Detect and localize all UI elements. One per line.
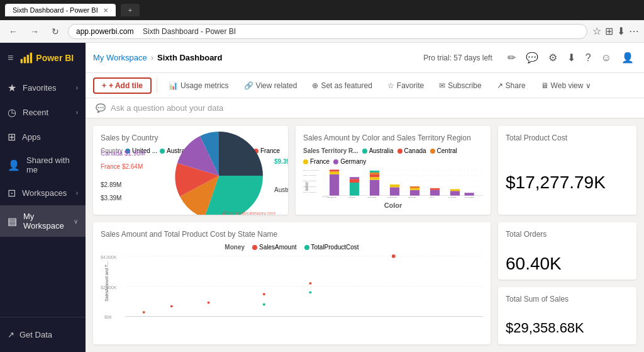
tile-total-product-cost: Total Product Cost $17,277.79K [498, 126, 636, 215]
favorite-label: Favorite [397, 81, 424, 90]
breadcrumb-current: Sixth Dashboard [157, 53, 222, 62]
bar-dot-france [303, 159, 308, 164]
hamburger-menu[interactable]: ≡ [8, 52, 13, 64]
usage-metrics-button[interactable]: 📊 Usage metrics [162, 79, 235, 93]
breadcrumb: My Workspace › Sixth Dashboard [93, 53, 418, 62]
extensions-icon[interactable]: ⊞ [605, 25, 613, 37]
download-icon[interactable]: ⬇ [565, 49, 578, 66]
svg-text:$0K: $0K [104, 315, 113, 320]
url-bar[interactable]: app.powerbi.com Sixth Dashboard - Power … [68, 24, 587, 39]
svg-rect-22 [370, 180, 379, 196]
subscribe-button[interactable]: ✉ Subscribe [433, 79, 487, 93]
add-tile-button[interactable]: + + Add tile [93, 77, 152, 94]
svg-point-58 [170, 305, 173, 307]
sidebar: ≡ Power BI ★ Favorites › [0, 43, 86, 352]
breadcrumb-workspace[interactable]: My Workspace [93, 53, 147, 62]
svg-text:$4,000K: $4,000K [101, 255, 117, 259]
favorite-button[interactable]: ☆ Favorite [381, 79, 430, 93]
web-view-button[interactable]: 🖥 Web view ∨ [535, 79, 598, 93]
bar-legend-germany: Germany [333, 158, 366, 165]
sidebar-item-workspaces[interactable]: ⊡ Workspaces › [0, 181, 86, 205]
favorite-icon: ☆ [387, 81, 394, 90]
svg-rect-33 [430, 188, 440, 190]
new-tab-button[interactable]: + [121, 4, 140, 16]
svg-rect-25 [370, 173, 379, 174]
settings-icon[interactable]: ⚙ [546, 49, 560, 66]
svg-rect-0 [21, 59, 23, 64]
svg-rect-23 [370, 177, 379, 179]
powerbi-logo-text: Power BI [36, 53, 74, 63]
share-icon: ↗ [497, 81, 503, 90]
sidebar-item-favorites[interactable]: ★ Favorites › [0, 76, 86, 100]
svg-point-54 [392, 254, 396, 258]
browser-toolbar: ☆ ⊞ ⬇ ⋯ [592, 25, 639, 37]
kpi3-value: $29,358.68K [506, 320, 629, 336]
svg-text:$2,000K: $2,000K [101, 285, 117, 290]
get-data-button[interactable]: ↗ Get Data [8, 325, 78, 344]
my-workspace-label: My Workspace [23, 212, 67, 230]
featured-icon: ⊕ [312, 81, 318, 90]
view-related-icon: 🔗 [244, 81, 253, 90]
kpi3-title: Total Sum of Sales [506, 295, 629, 304]
bar-dot-central [430, 149, 435, 154]
svg-marker-52 [125, 259, 391, 317]
actionbar: + + Add tile 📊 Usage metrics 🔗 View rela… [86, 73, 644, 98]
kpi-column-right: Total Orders 60.40K Total Sum of Sales $… [498, 222, 636, 344]
apps-icon: ⊞ [8, 131, 16, 143]
svg-rect-3 [30, 53, 32, 64]
refresh-button[interactable]: ↻ [48, 25, 63, 38]
tab-close-icon[interactable]: ✕ [103, 7, 108, 14]
svg-point-59 [143, 311, 145, 314]
label-9-39m: $9.39M [274, 158, 288, 165]
back-button[interactable]: ← [5, 25, 21, 38]
main-content: My Workspace › Sixth Dashboard Pro trial… [86, 43, 644, 352]
svg-text:$10,000K: $10,000K [303, 169, 319, 171]
line-legend-sales: SalesAmount [252, 244, 296, 251]
share-button[interactable]: ↗ Share [491, 79, 532, 93]
svg-rect-26 [370, 171, 379, 173]
bar-legend-text-france: France [310, 158, 330, 165]
svg-text:Red: Red [348, 197, 356, 198]
kpi2-value: 60.40K [506, 254, 629, 274]
tile-sales-amount-cost: Sales Amount and Total Product Cost by S… [93, 222, 491, 344]
set-as-featured-button[interactable]: ⊕ Set as featured [306, 79, 378, 93]
active-tab[interactable]: Sixth Dashboard - Power BI ✕ [5, 4, 116, 16]
kpi2-title: Total Orders [506, 230, 629, 239]
svg-rect-30 [410, 188, 419, 190]
svg-rect-35 [450, 189, 460, 191]
sidebar-item-shared[interactable]: 👤 Shared with me [0, 149, 86, 181]
line-dot-cost [304, 245, 309, 250]
svg-text:White: White [465, 197, 475, 198]
browser-address-bar: ← → ↻ app.powerbi.com Sixth Dashboard - … [0, 20, 644, 43]
bar-chart-svg: $10,000K $8,000K $6,000K $4,000K $2,000K… [303, 169, 483, 198]
comment-icon[interactable]: 💬 [523, 49, 541, 66]
tile-sales-by-color: Sales Amount by Color and Sales Territor… [296, 126, 491, 215]
sidebar-item-apps[interactable]: ⊞ Apps [0, 125, 86, 149]
recent-icon: ◷ [8, 106, 16, 118]
view-related-button[interactable]: 🔗 View related [238, 79, 304, 93]
tile-total-orders: Total Orders 60.40K [498, 222, 636, 280]
bar-legend-central: Central [430, 147, 457, 154]
edit-icon[interactable]: ✏ [505, 49, 518, 66]
sidebar-item-recent[interactable]: ◷ Recent › [0, 100, 86, 125]
view-related-label: View related [256, 81, 297, 90]
sidebar-item-my-workspace[interactable]: ▤ My Workspace ∨ [0, 205, 86, 237]
download-icon[interactable]: ⬇ [617, 25, 625, 37]
subscribe-icon: ✉ [439, 81, 445, 90]
svg-rect-34 [450, 191, 460, 195]
my-workspace-icon: ▤ [8, 215, 17, 227]
account-icon[interactable]: 👤 [619, 49, 636, 66]
bookmark-icon[interactable]: ☆ [592, 25, 601, 37]
bar-legend-canada: Canada [397, 147, 426, 154]
powerbi-logo-icon [19, 52, 32, 64]
forward-button[interactable]: → [26, 25, 43, 38]
help-icon[interactable]: ? [583, 50, 594, 66]
svg-point-57 [208, 302, 210, 304]
question-bar[interactable]: 💬 Ask a question about your data [86, 98, 644, 118]
url-domain: app.powerbi.com [76, 27, 133, 36]
my-workspace-arrow: ∨ [74, 218, 78, 225]
emoji-icon[interactable]: ☺ [599, 50, 614, 66]
bar-legend-text-germany: Germany [340, 158, 366, 165]
favorites-label: Favorites [23, 83, 56, 93]
settings-icon[interactable]: ⋯ [629, 25, 639, 37]
